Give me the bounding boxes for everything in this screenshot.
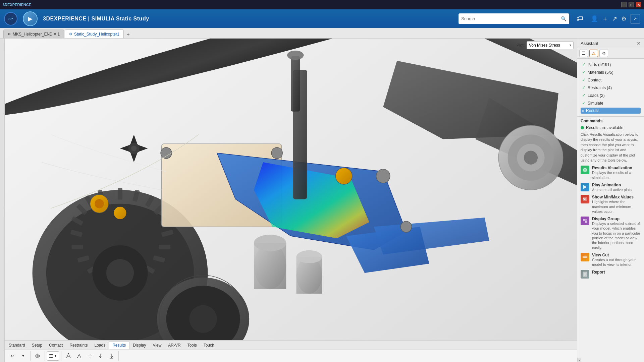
cmd-view-cut[interactable]: View Cut Creates a cut through your mode…	[581, 253, 641, 267]
settings-icon[interactable]: ⚙	[621, 15, 627, 22]
checklist-simulate[interactable]: ✓ Simulate	[581, 100, 641, 106]
cmd-report-text: Report	[592, 270, 641, 279]
cmd-play-animation-title: Play Animation	[592, 183, 641, 187]
commands-section: Commands Results are available Click Res…	[577, 116, 644, 283]
app-icon: 3DEXPERIENCE	[3, 3, 31, 7]
assistant-title: Assistant	[581, 41, 598, 46]
tab-bar: ⚙ MKS_Helicopter_END.A.1 ⚙ Static_Study_…	[0, 28, 644, 39]
undo-button[interactable]: ↩	[7, 351, 17, 361]
logo-text: 3DX	[8, 17, 13, 20]
toolbar-tab-arvr[interactable]: AR-VR	[165, 341, 184, 349]
arrow1-button[interactable]	[63, 351, 73, 361]
toolbar-tabs: Standard Setup Contact Restraints Loads …	[5, 341, 577, 350]
plot-label: Plot:	[517, 43, 525, 48]
plot-dropdown[interactable]: Von Mises StressDisplacementPrincipal St…	[527, 41, 574, 49]
app-logo: 3DX	[4, 12, 17, 25]
3d-scene	[5, 39, 577, 362]
cmd-display-group-title: Display Group	[592, 217, 641, 221]
user-icon[interactable]: 👤	[591, 15, 598, 22]
add-icon[interactable]: ＋	[602, 15, 608, 23]
close-button[interactable]: ✕	[636, 2, 641, 7]
checklist-results-label: Results	[586, 108, 599, 113]
assistant-header: Assistant ✕	[577, 39, 644, 48]
check-icon-materials: ✓	[582, 70, 586, 75]
svg-point-45	[161, 147, 172, 159]
mesh-group	[33, 351, 45, 361]
svg-point-57	[95, 199, 104, 208]
results-status: Results are available	[581, 125, 641, 130]
toolbar-tab-standard[interactable]: Standard	[5, 341, 29, 349]
check-icon-restraints: ✓	[582, 85, 586, 90]
cmd-view-cut-title: View Cut	[592, 253, 641, 257]
toolbar-tab-results[interactable]: Results	[109, 341, 129, 349]
list-button[interactable]: ☰ ▼	[47, 351, 59, 361]
checklist-contact[interactable]: ✓ Contact	[581, 77, 641, 83]
plot-selector: Plot: Von Mises StressDisplacementPrinci…	[517, 41, 574, 49]
toolbar-tab-restraints[interactable]: Restraints	[66, 341, 91, 349]
checklist-materials[interactable]: ✓ Materials (5/5)	[581, 69, 641, 75]
assistant-close-button[interactable]: ✕	[637, 41, 641, 46]
search-icon[interactable]: 🔍	[561, 16, 567, 21]
toolbar-tab-tools[interactable]: Tools	[184, 341, 200, 349]
svg-point-60	[68, 353, 69, 354]
cmd-results-vis[interactable]: Results Visualization Displays the resul…	[581, 166, 641, 180]
cmd-results-vis-desc: Displays the results of a simulation.	[592, 170, 641, 180]
arrow5-button[interactable]	[106, 351, 116, 361]
scroll-indicator: ▲	[577, 358, 581, 362]
list-group: ☰ ▼	[47, 351, 61, 361]
play-button[interactable]: ▶	[23, 11, 38, 26]
toolbar-tab-touch[interactable]: Touch	[200, 341, 218, 349]
toolbar-tab-display[interactable]: Display	[129, 341, 149, 349]
list-view-button[interactable]: ☰	[579, 50, 588, 57]
svg-point-55	[287, 51, 304, 60]
checklist-restraints[interactable]: ✓ Restraints (4)	[581, 84, 641, 91]
report-icon	[581, 270, 589, 279]
arrow2-button[interactable]	[74, 351, 84, 361]
scroll-up-arrow[interactable]: ▲	[578, 359, 581, 362]
arrow4-button[interactable]	[96, 351, 106, 361]
tab-static-study[interactable]: ⚙ Static_Study_Helicopter1	[65, 29, 124, 38]
checklist-loads[interactable]: ✓ Loads (2)	[581, 92, 641, 99]
checklist-parts[interactable]: ✓ Parts (5/191)	[581, 61, 641, 68]
app-title-prefix: 3DEXPERIENCE |	[43, 16, 91, 21]
window-controls: ─ □ ✕	[621, 2, 641, 7]
share-icon[interactable]: ↗	[612, 15, 617, 22]
play-animation-icon	[581, 183, 589, 191]
toolbar-tab-setup[interactable]: Setup	[29, 341, 46, 349]
search-input[interactable]	[461, 16, 559, 21]
tab-add-button[interactable]: +	[124, 31, 132, 38]
mesh-button[interactable]	[33, 351, 43, 361]
check-icon-parts: ✓	[582, 62, 586, 67]
maximize-button[interactable]: □	[629, 2, 634, 7]
cmd-show-minmax[interactable]: M Show Min/Max Values Highlights where t…	[581, 195, 641, 214]
cmd-play-animation[interactable]: Play Animation Animates all active plots…	[581, 183, 641, 192]
cmd-display-group-text: Display Group Displays a selected subset…	[592, 217, 641, 250]
toolbar-tab-view[interactable]: View	[150, 341, 165, 349]
toolbar-tab-loads[interactable]: Loads	[91, 341, 109, 349]
checklist-contact-label: Contact	[588, 78, 601, 82]
expand-button[interactable]: ⤢	[631, 14, 640, 23]
svg-point-48	[400, 221, 412, 232]
3d-viewport[interactable]: Plot: Von Mises StressDisplacementPrinci…	[5, 39, 577, 362]
right-panel: Assistant ✕ ☰ ⚠ ⚙ ✓ Parts (5/191) ✓ Mate…	[577, 39, 644, 362]
cmd-display-group[interactable]: Display Group Displays a selected subset…	[581, 217, 641, 250]
tab-mks-helicopter[interactable]: ⚙ MKS_Helicopter_END.A.1	[3, 29, 64, 38]
cmd-results-vis-title: Results Visualization	[592, 166, 641, 170]
checklist-results[interactable]: ● Results	[581, 108, 641, 114]
svg-point-44	[131, 145, 137, 151]
green-dot	[581, 126, 584, 129]
toolbar-tab-contact[interactable]: Contact	[46, 341, 66, 349]
app-title: 3DEXPERIENCE | SIMULIA Static Study	[43, 16, 453, 22]
minimize-button[interactable]: ─	[621, 2, 627, 7]
undo-dropdown-button[interactable]: ▼	[18, 351, 28, 361]
tag-button[interactable]: 🏷	[575, 13, 585, 24]
arrow3-button[interactable]	[85, 351, 95, 361]
warning-button[interactable]: ⚠	[589, 50, 598, 57]
right-panel-scrollable[interactable]: ✓ Parts (5/191) ✓ Materials (5/5) ✓ Cont…	[577, 59, 644, 358]
check-icon-contact: ✓	[582, 77, 586, 82]
gear-button[interactable]: ⚙	[599, 50, 608, 57]
svg-point-73	[585, 219, 587, 221]
cmd-report[interactable]: Report	[581, 270, 641, 279]
search-bar[interactable]: 🔍	[459, 13, 569, 24]
main-content: Plot: Von Mises StressDisplacementPrinci…	[0, 39, 644, 362]
